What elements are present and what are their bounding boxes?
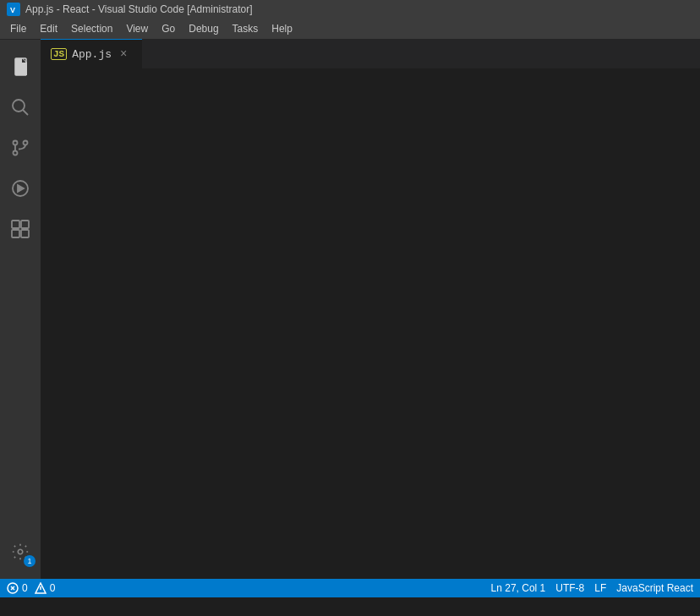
error-count: 0 <box>22 582 28 594</box>
svg-point-17 <box>18 549 23 554</box>
tab-appjs[interactable]: JS App.js × <box>41 39 142 68</box>
svg-text:V: V <box>10 6 15 14</box>
editor-area: JS App.js × <box>41 40 700 579</box>
search-icon[interactable] <box>0 87 41 128</box>
status-warnings[interactable]: 0 <box>35 582 56 594</box>
menu-help[interactable]: Help <box>265 20 299 37</box>
menu-selection[interactable]: Selection <box>64 20 119 37</box>
svg-rect-13 <box>12 221 19 228</box>
settings-badge: 1 <box>24 555 36 567</box>
status-right: Ln 27, Col 1 UTF-8 LF JavaScript React <box>491 582 693 594</box>
status-line-ending[interactable]: LF <box>594 582 606 594</box>
app-icon: V <box>7 3 20 16</box>
warning-count: 0 <box>50 582 56 594</box>
explorer-icon[interactable] <box>0 46 41 87</box>
svg-rect-14 <box>21 221 29 228</box>
menu-edit[interactable]: Edit <box>33 20 64 37</box>
svg-point-6 <box>13 100 25 112</box>
svg-point-8 <box>14 151 18 155</box>
svg-rect-15 <box>12 230 19 237</box>
status-encoding[interactable]: UTF-8 <box>555 582 584 594</box>
svg-rect-16 <box>21 230 29 237</box>
code-content[interactable] <box>83 69 700 579</box>
main-layout: 1 JS App.js × <box>0 40 700 579</box>
warning-icon <box>35 582 46 594</box>
activity-bar: 1 <box>0 40 41 579</box>
extensions-icon[interactable] <box>0 209 41 249</box>
menu-tasks[interactable]: Tasks <box>226 20 265 37</box>
status-bar: 0 0 Ln 27, Col 1 UTF-8 LF JavaScript Rea… <box>0 579 700 597</box>
debug-icon[interactable] <box>0 168 41 209</box>
menu-bar: File Edit Selection View Go Debug Tasks … <box>0 19 700 40</box>
source-control-icon[interactable] <box>0 128 41 168</box>
tab-close-button[interactable]: × <box>120 47 127 61</box>
status-cursor[interactable]: Ln 27, Col 1 <box>491 582 546 594</box>
status-left: 0 0 <box>7 582 55 594</box>
menu-file[interactable]: File <box>3 20 33 37</box>
tab-label: App.js <box>72 48 112 61</box>
tab-bar: JS App.js × <box>41 40 700 69</box>
menu-view[interactable]: View <box>119 20 155 37</box>
line-numbers <box>41 69 83 579</box>
svg-point-9 <box>14 141 18 145</box>
svg-point-10 <box>24 141 28 145</box>
title-text: App.js - React - Visual Studio Code [Adm… <box>25 3 253 15</box>
js-icon: JS <box>51 48 67 60</box>
status-language[interactable]: JavaScript React <box>616 582 693 594</box>
menu-go[interactable]: Go <box>155 20 182 37</box>
svg-line-7 <box>23 110 28 115</box>
error-icon <box>7 582 19 594</box>
settings-icon[interactable]: 1 <box>0 532 41 572</box>
code-editor[interactable] <box>41 69 700 579</box>
menu-debug[interactable]: Debug <box>182 20 225 37</box>
title-bar: V App.js - React - Visual Studio Code [A… <box>0 0 700 19</box>
status-errors[interactable]: 0 <box>7 582 28 594</box>
activity-bottom: 1 <box>0 532 41 572</box>
